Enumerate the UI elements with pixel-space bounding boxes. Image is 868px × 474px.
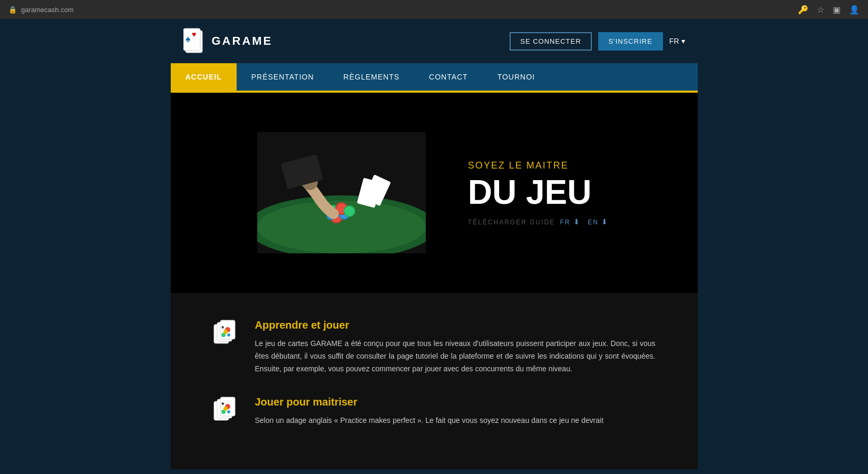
lang-label: FR — [669, 37, 679, 45]
main-nav: ACCUEIL PRÉSENTATION RÈGLEMENTS CONTACT … — [171, 63, 698, 91]
hero-download: TÉLÉCHARGER GUIDE FR ⬇ EN ⬇ — [468, 218, 611, 226]
nav-item-reglements[interactable]: RÈGLEMENTS — [329, 63, 414, 91]
content-section: ♠ Apprendre et jouer Le jeu de cartes GA… — [171, 293, 698, 469]
cards-icon-1: ♠ — [213, 319, 240, 347]
content-body-1: Le jeu de cartes GARAME a été conçu pour… — [255, 338, 656, 375]
svg-text:♠: ♠ — [186, 34, 191, 44]
nav-item-contact[interactable]: CONTACT — [414, 63, 483, 91]
url-bar[interactable]: garamecash.com — [21, 6, 74, 14]
nav-item-accueil[interactable]: ACCUEIL — [171, 63, 237, 91]
hero-title: DU JEU — [468, 175, 611, 209]
hero-subtitle: SOYEZ LE MAITRE — [468, 160, 611, 171]
svg-text:♠: ♠ — [221, 324, 225, 330]
content-title-2: Jouer pour maitriser — [255, 396, 604, 408]
hero-image — [257, 132, 426, 253]
key-icon[interactable]: 🔑 — [798, 5, 808, 15]
profile-icon[interactable]: 👤 — [849, 5, 860, 15]
content-title-1: Apprendre et jouer — [255, 319, 656, 331]
content-text-1: Apprendre et jouer Le jeu de cartes GARA… — [255, 319, 656, 375]
svg-point-11 — [344, 206, 355, 216]
nav-item-tournoi[interactable]: TOURNOI — [483, 63, 550, 91]
chevron-down-icon: ▾ — [681, 37, 685, 45]
hero-section: SOYEZ LE MAITRE DU JEU TÉLÉCHARGER GUIDE… — [171, 93, 698, 293]
content-body-2: Selon un adage anglais « Practice makes … — [255, 414, 604, 427]
content-item-2: ♥ Jouer pour maitriser Selon un adage an… — [213, 396, 656, 427]
lock-icon: 🔒 — [8, 6, 17, 14]
browser-bar: 🔒 garamecash.com 🔑 ☆ ▣ 👤 — [0, 0, 868, 19]
svg-point-22 — [223, 330, 228, 334]
language-selector[interactable]: FR ▾ — [669, 37, 685, 45]
download-fr-link[interactable]: FR ⬇ — [560, 219, 584, 226]
download-en-icon: ⬇ — [601, 218, 609, 226]
logo-icon: ♠ ♥ — [183, 27, 207, 55]
logo-text: GARAME — [212, 34, 273, 48]
svg-text:♥: ♥ — [221, 401, 225, 407]
svg-text:♥: ♥ — [192, 30, 196, 38]
connect-button[interactable]: SE CONNECTER — [510, 32, 591, 51]
cards-icon-2: ♥ — [213, 396, 240, 423]
svg-point-29 — [227, 410, 230, 413]
register-button[interactable]: S'INSCRIRE — [598, 32, 663, 51]
star-icon[interactable]: ☆ — [817, 5, 824, 15]
svg-point-30 — [223, 407, 228, 411]
site-header: ♠ ♥ GARAME SE CONNECTER S'INSCRIRE FR ▾ — [171, 19, 698, 63]
logo-area: ♠ ♥ GARAME — [183, 27, 273, 55]
download-fr-icon: ⬇ — [573, 218, 581, 226]
svg-point-21 — [227, 333, 230, 337]
content-item-1: ♠ Apprendre et jouer Le jeu de cartes GA… — [213, 319, 656, 375]
hero-text: SOYEZ LE MAITRE DU JEU TÉLÉCHARGER GUIDE… — [468, 160, 611, 226]
nav-item-presentation[interactable]: PRÉSENTATION — [237, 63, 329, 91]
download-en-link[interactable]: EN ⬇ — [588, 219, 609, 226]
content-text-2: Jouer pour maitriser Selon un adage angl… — [255, 396, 604, 427]
sidebar-icon[interactable]: ▣ — [833, 5, 841, 15]
header-right: SE CONNECTER S'INSCRIRE FR ▾ — [510, 32, 685, 51]
